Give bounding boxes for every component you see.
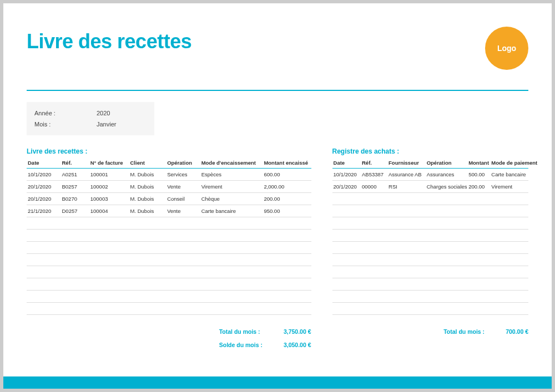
col-ref: Réf. — [61, 157, 89, 169]
recettes-balance-label: Solde du mois : — [219, 338, 263, 352]
table-row-empty — [27, 242, 311, 254]
cell-supplier: RSI — [387, 181, 426, 193]
cell-ref: D0257 — [61, 205, 89, 217]
cell-mode: Carte bancaire — [490, 169, 528, 181]
table-row: 20/1/2020B0257100002M. DuboisVenteVireme… — [27, 181, 311, 193]
table-row-empty — [332, 205, 528, 217]
month-value: Janvier — [97, 119, 116, 130]
col-date: Date — [332, 157, 361, 169]
table-row: 10/1/2020AB53387Assurance ABAssurances50… — [332, 169, 528, 181]
cell-client: M. Dubois — [129, 181, 167, 193]
table-row-empty — [27, 217, 311, 230]
cell-date: 10/1/2020 — [332, 169, 361, 181]
recettes-table: Date Réf. N° de facture Client Opération… — [27, 157, 311, 315]
col-amount: Montant — [467, 157, 490, 169]
col-supplier: Fournisseur — [387, 157, 426, 169]
cell-date: 21/1/2020 — [27, 205, 61, 217]
recettes-total-label: Total du mois : — [219, 325, 263, 338]
achats-total-value: 700.00 € — [506, 325, 528, 338]
cell-mode: Espèces — [200, 169, 263, 181]
cell-operation: Assurances — [426, 169, 467, 181]
table-row-empty — [332, 217, 528, 230]
col-amount: Montant encaissé — [263, 157, 311, 169]
cell-invoice: 100002 — [89, 181, 129, 193]
cell-operation: Vente — [166, 205, 200, 217]
tables-row: Livre des recettes : Date Réf. N° de fac… — [27, 135, 528, 315]
table-row-empty — [27, 278, 311, 291]
footer-bar — [3, 376, 552, 389]
recettes-totals: Total du mois : Solde du mois : 3,750.00… — [219, 325, 311, 352]
page-title: Livre des recettes — [27, 30, 191, 53]
cell-amount: 500.00 — [467, 169, 490, 181]
cell-amount: 200.00 — [263, 193, 311, 205]
cell-ref: AB53387 — [361, 169, 387, 181]
table-row-empty — [27, 266, 311, 278]
header: Livre des recettes Logo — [27, 30, 528, 70]
cell-mode: Chèque — [200, 193, 263, 205]
achats-table: Date Réf. Fournisseur Opération Montant … — [332, 157, 528, 315]
col-mode: Mode de paiement — [490, 157, 528, 169]
cell-ref: A0251 — [61, 169, 89, 181]
table-row-empty — [332, 266, 528, 278]
col-operation: Opération — [166, 157, 200, 169]
cell-mode: Virement — [200, 181, 263, 193]
table-row: 21/1/2020D0257100004M. DuboisVenteCarte … — [27, 205, 311, 217]
table-row-empty — [27, 291, 311, 303]
table-row-empty — [332, 193, 528, 205]
cell-supplier: Assurance AB — [387, 169, 426, 181]
cell-operation: Charges sociales — [426, 181, 467, 193]
cell-client: M. Dubois — [129, 205, 167, 217]
table-row-empty — [332, 303, 528, 315]
cell-mode: Carte bancaire — [200, 205, 263, 217]
table-row-empty — [332, 242, 528, 254]
table-row-empty — [332, 254, 528, 266]
table-row: 10/1/2020A0251100001M. DuboisServicesEsp… — [27, 169, 311, 181]
col-client: Client — [129, 157, 167, 169]
divider — [27, 90, 528, 91]
col-invoice: N° de facture — [89, 157, 129, 169]
table-row: 20/1/2020B0270100003M. DuboisConseilChèq… — [27, 193, 311, 205]
cell-client: M. Dubois — [129, 193, 167, 205]
logo-placeholder: Logo — [485, 27, 528, 70]
table-row-empty — [27, 230, 311, 242]
cell-invoice: 100001 — [89, 169, 129, 181]
table-row-empty — [27, 254, 311, 266]
cell-ref: B0270 — [61, 193, 89, 205]
cell-amount: 200.00 — [467, 181, 490, 193]
year-value: 2020 — [97, 108, 110, 119]
achats-title: Registre des achats : — [332, 147, 528, 155]
month-label: Mois : — [34, 119, 97, 130]
cell-invoice: 100003 — [89, 193, 129, 205]
cell-mode: Virement — [490, 181, 528, 193]
table-row-empty — [332, 291, 528, 303]
cell-amount: 950.00 — [263, 205, 311, 217]
recettes-section: Livre des recettes : Date Réf. N° de fac… — [27, 135, 311, 315]
cell-amount: 600.00 — [263, 169, 311, 181]
achats-totals: Total du mois : 700.00 € — [443, 325, 528, 352]
cell-ref: B0257 — [61, 181, 89, 193]
cell-date: 20/1/2020 — [27, 181, 61, 193]
year-label: Année : — [34, 108, 97, 119]
recettes-total-value: 3,750.00 € — [284, 325, 311, 338]
cell-invoice: 100004 — [89, 205, 129, 217]
cell-date: 20/1/2020 — [27, 193, 61, 205]
table-row-empty — [332, 230, 528, 242]
achats-section: Registre des achats : Date Réf. Fourniss… — [332, 135, 528, 315]
col-date: Date — [27, 157, 61, 169]
period-box: Année : 2020 Mois : Janvier — [27, 102, 154, 135]
table-row-empty — [332, 278, 528, 291]
col-operation: Opération — [426, 157, 467, 169]
cell-operation: Vente — [166, 181, 200, 193]
achats-total-label: Total du mois : — [443, 325, 485, 338]
col-mode: Mode d'encaissement — [200, 157, 263, 169]
totals-row: Total du mois : Solde du mois : 3,750.00… — [27, 325, 528, 352]
table-row-empty — [27, 303, 311, 315]
col-ref: Réf. — [361, 157, 387, 169]
recettes-balance-value: 3,050.00 € — [284, 338, 311, 352]
cell-ref: 00000 — [361, 181, 387, 193]
cell-operation: Services — [166, 169, 200, 181]
cell-date: 20/1/2020 — [332, 181, 361, 193]
document-page: Livre des recettes Logo Année : 2020 Moi… — [3, 3, 552, 389]
cell-date: 10/1/2020 — [27, 169, 61, 181]
cell-client: M. Dubois — [129, 169, 167, 181]
